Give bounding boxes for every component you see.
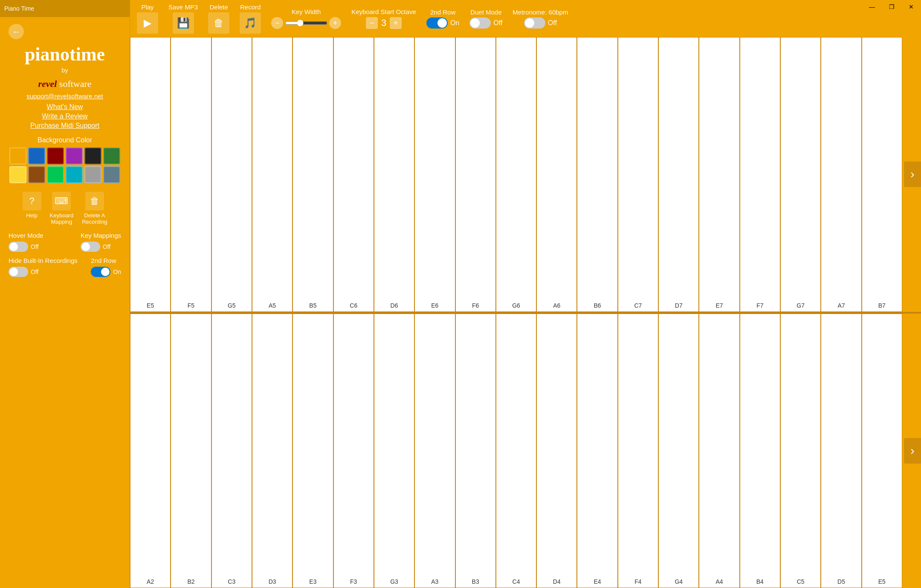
second-row-toolbar-state: On [450, 19, 459, 27]
white-key-A3[interactable]: A3 [414, 314, 455, 588]
second-row-toggle[interactable] [91, 267, 110, 277]
second-row-toolbar-toggle[interactable] [426, 17, 448, 29]
white-key-C4[interactable]: C4 [496, 314, 536, 588]
color-swatch-green[interactable] [103, 147, 120, 164]
white-key-B3[interactable]: B3 [455, 314, 496, 588]
color-swatch-brown[interactable] [28, 166, 45, 183]
white-key-D5[interactable]: D5 [821, 314, 861, 588]
white-key-F4[interactable]: F4 [618, 314, 658, 588]
white-key-F3[interactable]: F3 [333, 314, 374, 588]
play-button[interactable]: ▶ [137, 12, 158, 34]
write-review-link[interactable]: Write a Review [42, 112, 87, 120]
white-key-A6[interactable]: A6 [536, 37, 577, 312]
key-mappings-toggle[interactable] [81, 242, 100, 252]
hide-recordings-toggle[interactable] [9, 267, 28, 277]
white-key-B5[interactable]: B5 [293, 37, 333, 312]
white-key-G4[interactable]: G4 [658, 314, 699, 588]
white-key-F6[interactable]: F6 [455, 37, 496, 312]
white-key-B7[interactable]: B7 [862, 37, 902, 312]
color-swatch-purple[interactable] [66, 147, 83, 164]
white-key-C3[interactable]: C3 [211, 314, 252, 588]
white-key-D3[interactable]: D3 [252, 314, 293, 588]
white-key-A7[interactable]: A7 [821, 37, 861, 312]
record-button[interactable]: 🎵 [240, 12, 261, 34]
color-swatch-lime[interactable] [47, 166, 64, 183]
key-width-slider[interactable] [285, 20, 327, 26]
color-swatch-gray[interactable] [103, 166, 120, 183]
octave-decrease[interactable]: − [366, 17, 378, 29]
white-key-E7[interactable]: E7 [699, 37, 739, 312]
save-mp3-group: Save MP3 💾 [168, 3, 198, 34]
white-key-label-B4: B4 [756, 578, 764, 585]
white-key-A4[interactable]: A4 [699, 314, 739, 588]
white-key-G3[interactable]: G3 [374, 314, 414, 588]
duet-mode-toggle[interactable] [469, 17, 491, 29]
key-width-decrease[interactable]: − [271, 17, 283, 29]
key-width-increase[interactable]: + [329, 17, 341, 29]
save-mp3-button[interactable]: 💾 [173, 12, 194, 34]
hide-recordings-toggle-row: Off [9, 267, 78, 277]
white-key-A2[interactable]: A2 [130, 314, 171, 588]
white-key-label-A4: A4 [715, 578, 723, 585]
white-key-B4[interactable]: B4 [740, 314, 780, 588]
white-key-G5[interactable]: G5 [211, 37, 252, 312]
second-row-toolbar-group: 2nd Row On [426, 9, 459, 29]
octave-value: 3 [379, 17, 388, 29]
white-key-F5[interactable]: F5 [171, 37, 211, 312]
white-key-C7[interactable]: C7 [618, 37, 658, 312]
white-key-F7[interactable]: F7 [740, 37, 780, 312]
hide-recordings-group: Hide Built-In Recordings Off [9, 257, 78, 277]
white-key-B2[interactable]: B2 [171, 314, 211, 588]
white-key-G7[interactable]: G7 [780, 37, 821, 312]
color-swatch-cyan[interactable] [66, 166, 83, 183]
white-key-C6[interactable]: C6 [333, 37, 374, 312]
back-button[interactable]: ← [9, 24, 24, 39]
color-swatch-orange[interactable] [9, 147, 26, 164]
white-key-label-E5: E5 [878, 578, 886, 585]
record-label: Record [240, 3, 261, 11]
keyboard-mapping-button[interactable]: ⌨ KeyboardMapping [50, 192, 74, 225]
white-key-D6[interactable]: D6 [374, 37, 414, 312]
white-key-D4[interactable]: D4 [536, 314, 577, 588]
sidebar: Piano Time ← pianotime by revel software… [0, 0, 130, 588]
white-key-B6[interactable]: B6 [577, 37, 617, 312]
minimize-button[interactable]: — [862, 0, 882, 14]
white-key-E5[interactable]: E5 [130, 37, 171, 312]
maximize-button[interactable]: ❐ [882, 0, 901, 14]
color-swatch-lavender[interactable] [84, 166, 101, 183]
close-button[interactable]: ✕ [901, 0, 921, 14]
purchase-midi-link[interactable]: Purchase Midi Support [30, 122, 99, 130]
delete-recording-button[interactable]: 🗑 Delete ARecording [82, 192, 107, 225]
white-key-E5[interactable]: E5 [862, 314, 902, 588]
whats-new-link[interactable]: What's New [47, 103, 83, 111]
white-key-D7[interactable]: D7 [658, 37, 699, 312]
white-key-label-A3: A3 [431, 578, 438, 585]
white-key-E4[interactable]: E4 [577, 314, 617, 588]
color-swatch-black[interactable] [84, 147, 101, 164]
white-key-E3[interactable]: E3 [293, 314, 333, 588]
white-key-E6[interactable]: E6 [414, 37, 455, 312]
color-swatch-yellow[interactable] [9, 166, 26, 183]
octave-label: Keyboard Start Octave [351, 8, 416, 15]
white-key-label-D5: D5 [837, 578, 845, 585]
white-key-label-G4: G4 [675, 578, 683, 585]
second-row-state: On [113, 268, 121, 275]
white-key-A5[interactable]: A5 [252, 37, 293, 312]
white-key-label-F4: F4 [634, 578, 641, 585]
piano-area: E5F5G5A5B5C6D6E6F6G6A6B6C7D7E7F7G7A7B7G♯… [130, 37, 921, 588]
lower-nav-arrow[interactable]: › [904, 438, 921, 464]
help-button[interactable]: ? Help [23, 192, 41, 225]
octave-increase[interactable]: + [390, 17, 402, 29]
white-key-label-B6: B6 [594, 302, 601, 309]
hover-mode-toggle[interactable] [9, 242, 28, 252]
metronome-group: Metronome: 60bpm Off [513, 9, 568, 29]
metronome-toggle[interactable] [524, 17, 545, 29]
white-key-G6[interactable]: G6 [496, 37, 536, 312]
delete-button[interactable]: 🗑 [208, 12, 229, 34]
upper-nav-arrow[interactable]: › [904, 161, 921, 187]
support-email-link[interactable]: support@revelsoftware.net [26, 92, 103, 100]
color-swatch-darkred[interactable] [47, 147, 64, 164]
duet-mode-toggle-row: Off [469, 17, 502, 29]
white-key-C5[interactable]: C5 [780, 314, 821, 588]
color-swatch-blue[interactable] [28, 147, 45, 164]
